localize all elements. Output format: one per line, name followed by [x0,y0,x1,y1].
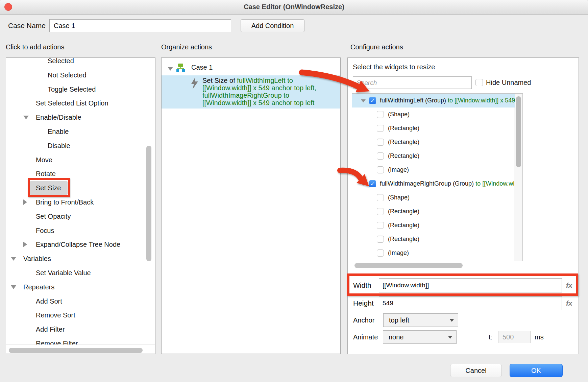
ok-button[interactable]: OK [510,364,563,377]
actions-list-panel: SelectedNot SelectedToggle SelectedSet S… [6,57,155,354]
widget-checkbox[interactable] [377,194,384,201]
case-name-input[interactable] [49,19,231,32]
case-tree-row[interactable]: Case 1 [162,61,340,75]
animate-value: none [389,333,404,341]
widget-row-rectangle[interactable]: (Rectangle) [352,149,514,163]
widget-row-shape[interactable]: (Shape) [352,191,514,205]
action-item-add-sort[interactable]: Add Sort [6,294,155,308]
widget-row-rectangle[interactable]: (Rectangle) [352,218,514,232]
search-input[interactable] [353,76,472,89]
title-bar: Case Editor (OnWindowResize) [0,0,588,15]
widget-label: fullWidthImgLeft (Group) to [[Window.wid… [380,94,515,108]
action-item-enable-disable[interactable]: Enable/Disable [6,110,155,124]
action-item-label: Focus [36,227,54,234]
height-input[interactable] [379,296,562,310]
configure-actions-panel: Select the widgets to resize Hide Unname… [347,57,579,354]
expand-right-icon[interactable] [23,242,27,247]
action-item-set-size[interactable]: Set Size [6,181,155,195]
action-item-label: Set Variable Value [36,269,91,277]
action-description-line: fullWidthImageRightGroup to [202,92,316,99]
height-label: Height [353,296,374,310]
animate-dropdown[interactable]: none [383,330,457,344]
chevron-down-icon [448,336,452,339]
widget-label: (Image) [388,163,409,177]
action-item-label: Repeaters [23,283,54,291]
action-item-set-variable-value[interactable]: Set Variable Value [6,266,155,280]
widget-checkbox[interactable] [377,139,384,146]
action-item-enable[interactable]: Enable [6,124,155,139]
widget-checkbox[interactable] [377,249,384,257]
widget-row-shape[interactable]: (Shape) [352,108,514,121]
action-item-set-selected-list-option[interactable]: Set Selected List Option [6,96,155,110]
action-item-label: Remove Sort [36,311,75,319]
action-item-label: Rotate [36,170,56,177]
expand-down-icon[interactable] [11,257,16,261]
widget-label: fullWidthImageRightGroup (Group) to [[Wi… [380,177,514,191]
height-fx-button[interactable]: fx [566,296,572,310]
widget-row-image[interactable]: (Image) [352,163,514,177]
widget-label: (Rectangle) [388,205,419,218]
horizontal-scrollbar-thumb[interactable] [354,263,463,268]
widget-row-rectangle[interactable]: (Rectangle) [352,205,514,218]
action-item-remove-sort[interactable]: Remove Sort [6,308,155,322]
left-column-title: Click to add actions [6,43,64,51]
action-item-selected[interactable]: Selected [6,57,155,68]
action-item-label: Set Opacity [36,213,71,220]
collapse-down-icon[interactable] [361,183,366,186]
action-item-toggle-selected[interactable]: Toggle Selected [6,82,155,96]
widget-label: (Rectangle) [388,232,419,246]
widget-label: (Image) [388,246,409,260]
collapse-down-icon[interactable] [361,99,366,102]
action-item-add-filter[interactable]: Add Filter [6,322,155,336]
widget-checkbox[interactable] [377,125,384,132]
widget-row-fullwidthimgleft-group[interactable]: ✓fullWidthImgLeft (Group) to [[Window.wi… [352,94,515,108]
cancel-button[interactable]: Cancel [450,364,502,377]
action-item-expand-collapse-tree-node[interactable]: Expand/Collapse Tree Node [6,237,155,252]
expand-down-icon[interactable] [11,285,16,289]
widget-label: (Rectangle) [388,218,419,232]
widget-checkbox[interactable] [377,166,384,173]
action-item-label: Not Selected [48,71,87,79]
action-item-label: Bring to Front/Back [36,198,94,206]
action-item-set-opacity[interactable]: Set Opacity [6,209,155,223]
widget-row-rectangle[interactable]: (Rectangle) [352,121,514,135]
action-item-label: Disable [48,142,70,149]
case-label: Case 1 [191,64,213,71]
action-bolt-icon [191,77,199,91]
selected-action-row[interactable]: Set Size of fullWidthImgLeft to[[Window.… [162,75,340,109]
action-item-not-selected[interactable]: Not Selected [6,68,155,82]
horizontal-scrollbar-thumb[interactable] [9,348,143,353]
action-item-disable[interactable]: Disable [6,139,155,153]
widget-checkbox[interactable] [377,208,384,215]
middle-column-title: Organize actions [161,43,212,51]
widget-checkbox[interactable]: ✓ [369,97,376,104]
vertical-scrollbar-thumb[interactable] [516,96,521,167]
vertical-scrollbar-track [514,94,522,261]
widget-row-fullwidthimagerightgroup-group[interactable]: ✓fullWidthImageRightGroup (Group) to [[W… [352,177,514,191]
widget-row-rectangle[interactable]: (Rectangle) [352,232,514,246]
action-item-variables[interactable]: Variables [6,252,155,266]
widget-checkbox[interactable] [377,152,384,160]
widget-checkbox[interactable] [377,222,384,229]
add-condition-button[interactable]: Add Condition [241,19,304,32]
widget-checkbox[interactable]: ✓ [369,180,376,187]
action-description-line: [[Window.width]] x 549 anchor top left [202,99,316,106]
action-item-label: Expand/Collapse Tree Node [36,241,120,248]
widget-row-rectangle[interactable]: (Rectangle) [352,135,514,149]
expand-right-icon[interactable] [23,199,27,205]
anchor-label: Anchor [353,313,374,327]
action-item-move[interactable]: Move [6,153,155,167]
action-item-bring-to-front-back[interactable]: Bring to Front/Back [6,195,155,209]
vertical-scrollbar-thumb[interactable] [146,146,151,261]
collapse-down-icon[interactable] [168,67,173,71]
widget-checkbox[interactable] [377,111,384,118]
time-input[interactable] [498,331,531,343]
anchor-dropdown[interactable]: top left [383,313,458,327]
action-item-repeaters[interactable]: Repeaters [6,280,155,294]
action-item-focus[interactable]: Focus [6,223,155,238]
hide-unnamed-checkbox[interactable] [475,79,483,86]
widget-row-image[interactable]: (Image) [352,246,514,260]
horizontal-scrollbar-track [6,344,155,354]
expand-down-icon[interactable] [23,116,29,119]
widget-checkbox[interactable] [377,236,384,243]
